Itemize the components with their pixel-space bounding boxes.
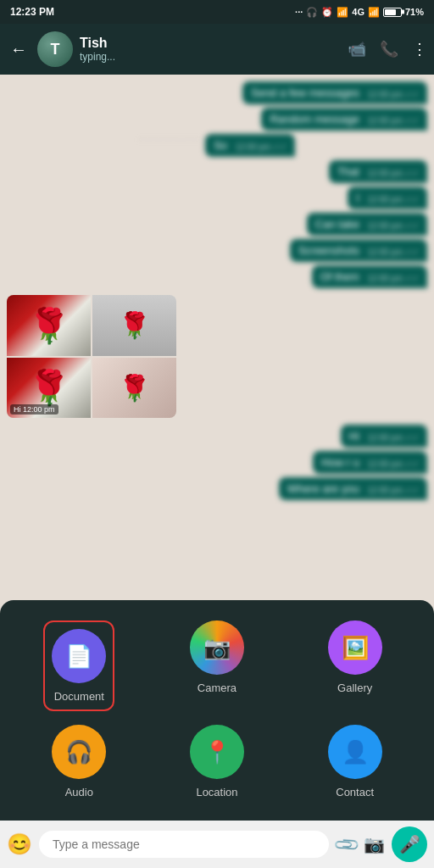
message-bubble: Random message 12:00 pm ✓✓ [261,108,427,131]
message-time: 12:00 pm ✓✓ [368,116,419,125]
avatar-image: T [37,31,73,67]
audio-icon: 🎧 [65,739,92,765]
message-text: How r u [321,456,359,469]
msg-row: I 12:00 pm ✓✓ [7,186,427,209]
message-time: 12:00 pm ✓✓ [368,169,419,178]
mic-icon: 🎤 [399,834,420,854]
chat-area: Send a few messages 12:00 pm ✓✓ Random m… [0,75,434,507]
signal-dots: ··· [295,7,303,17]
avatar[interactable]: T [37,31,73,67]
location-icon-circle: 📍 [190,725,244,779]
header-actions: 📹 📞 ⋮ [348,40,427,58]
message-text: Random message [270,113,359,125]
contact-icon-circle: 👤 [328,725,382,779]
contact-label: Contact [336,786,374,798]
status-bar: 12:23 PM ··· 🎧 ⏰ 📶 4G 📶 71% [0,0,434,24]
message-bubble: Hi 12:00 pm ✓✓ [341,425,427,448]
status-icons: ··· 🎧 ⏰ 📶 4G 📶 71% [295,7,424,18]
message-time: 12:00 pm ✓✓ [236,142,287,152]
msg-row: That 12:00 pm ✓✓ [7,160,427,183]
phone-call-icon[interactable]: 📞 [380,40,398,58]
bottom-bar: 😊 📎 📷 🎤 [0,821,434,868]
message-text: That [337,165,359,178]
rose-image-1 [7,295,91,356]
alarm-icon: ⏰ [321,7,333,18]
contact-name: Tish [80,36,341,51]
message-text: Can take [315,218,359,231]
attachment-item-audio[interactable]: 🎧 Audio [52,725,106,798]
message-time: 12:00 pm ✓✓ [368,274,419,283]
image-cell-1 [7,295,91,356]
attachment-item-document[interactable]: 📄 Document [43,620,114,711]
more-messages: Hi 12:00 pm ✓✓ How r u 12:00 pm ✓✓ Where… [7,425,427,500]
camera-icon-circle: 📷 [190,620,244,675]
message-bubble: Of them 12:00 pm ✓✓ [312,265,427,288]
attachment-item-location[interactable]: 📍 Location [190,725,244,798]
gallery-icon-circle: 🖼️ [328,620,382,675]
message-text: Screenshots [298,244,359,257]
attachment-item-gallery[interactable]: 🖼️ Gallery [328,620,382,711]
message-input[interactable] [39,831,329,858]
message-time: 12:00 pm ✓✓ [368,195,419,204]
message-text: Of them [320,270,359,283]
signal-bars: 📶 [337,7,348,18]
attachment-grid: 📄 Document 📷 Camera 🖼️ Gallery 🎧 Audio [14,620,420,798]
message-bubble: I 12:00 pm ✓✓ [348,186,427,209]
image-grid[interactable]: 🌹 Hi 12:00 pm 🌹 [7,295,176,418]
message-bubble: Where are you 12:00 pm ✓✓ [279,477,427,500]
attachment-button[interactable]: 📎 [331,830,361,860]
blurred-messages: Send a few messages 12:00 pm ✓✓ Random m… [7,81,427,288]
message-bubble: Can take 12:00 pm ✓✓ [307,213,427,236]
contact-icon: 👤 [342,739,369,765]
battery-percent: 71% [405,7,424,17]
msg-row: Can take 12:00 pm ✓✓ [7,213,427,236]
msg-row: Hi 12:00 pm ✓✓ [7,425,427,448]
attachment-item-camera[interactable]: 📷 Camera [190,620,244,711]
msg-row: · · · · · · · · · · · · So 12:00 pm ✓✓ [7,134,427,157]
chat-header: ← T Tish typing... 📹 📞 ⋮ [0,24,434,75]
msg-row: Screenshots 12:00 pm ✓✓ [7,239,427,262]
document-label: Document [54,690,104,703]
message-time: 12:00 pm ✓✓ [368,90,419,99]
message-text: Hi [349,430,359,442]
message-time: 12:00 pm ✓✓ [368,486,419,495]
message-time: 12:00 pm ✓✓ [368,248,419,257]
message-text: I [356,192,359,204]
audio-label: Audio [65,786,93,798]
image-cell-3: Hi 12:00 pm [7,358,91,419]
attachment-panel: 📄 Document 📷 Camera 🖼️ Gallery 🎧 Audio [0,600,434,821]
wifi-icon: 📶 [368,7,380,18]
camera-icon: 📷 [203,635,231,661]
image-label: Hi 12:00 pm [10,404,58,415]
document-icon-circle: 📄 [52,629,106,683]
emoji-button[interactable]: 😊 [7,832,32,856]
message-text: Send a few messages [251,86,359,99]
audio-icon-circle: 🎧 [52,725,106,779]
msg-row: Where are you 12:00 pm ✓✓ [7,477,427,500]
back-button[interactable]: ← [7,36,31,63]
message-bubble: Screenshots 12:00 pm ✓✓ [290,239,427,262]
status-time: 12:23 PM [10,6,54,18]
video-call-icon[interactable]: 📹 [348,40,366,58]
image-cell-4: 🌹 [92,358,176,419]
message-bubble: Send a few messages 12:00 pm ✓✓ [242,81,427,104]
headphone-icon: 🎧 [306,7,318,18]
image-cell-2: 🌹 [92,295,176,356]
contact-info: Tish typing... [80,36,341,63]
msg-row: Send a few messages 12:00 pm ✓✓ [7,81,427,104]
more-options-icon[interactable]: ⋮ [412,40,427,58]
attachment-item-contact[interactable]: 👤 Contact [328,725,382,798]
battery-fill [385,9,396,15]
message-text: Where are you [287,482,359,495]
lte-icon: 4G [352,7,364,17]
camera-bottom-button[interactable]: 📷 [364,834,385,854]
mic-button[interactable]: 🎤 [392,826,427,862]
location-icon: 📍 [203,739,231,765]
contact-status: typing... [80,51,341,63]
message-bubble: That 12:00 pm ✓✓ [329,160,427,183]
location-label: Location [196,786,237,798]
msg-row: Of them 12:00 pm ✓✓ [7,265,427,288]
document-icon: 📄 [65,643,92,670]
camera-label: Camera [198,682,236,694]
msg-row: Random message 12:00 pm ✓✓ [7,108,427,131]
